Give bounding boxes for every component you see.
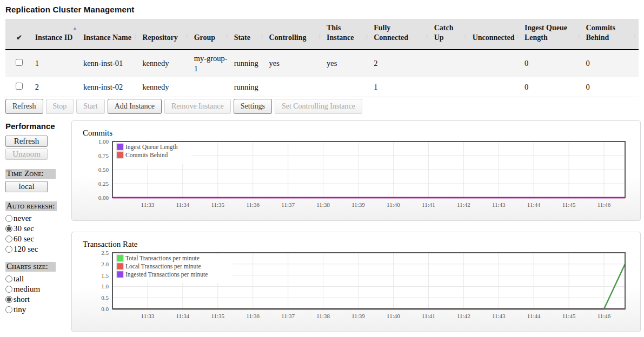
x-tick-label: 11:34 <box>176 201 190 208</box>
auto-refresh-option-never[interactable]: never <box>5 213 71 224</box>
cell-instance-name: kenn-inst-01 <box>80 50 139 77</box>
stop-button: Stop <box>46 99 74 114</box>
legend-label: Local Transactions per minute <box>125 263 201 270</box>
column-header-state[interactable]: State▲▼ <box>231 19 266 50</box>
cell-instance-name: kenn-inst-02 <box>80 77 139 97</box>
column-header-group[interactable]: Group▲▼ <box>191 19 231 50</box>
x-tick-label: 11:43 <box>492 313 506 319</box>
column-header-repository[interactable]: Repository▲▼ <box>139 19 190 50</box>
cell-commits-behind: 0 <box>583 50 639 77</box>
radio-label: never <box>14 214 31 223</box>
table-header-row: ✔Instance ID▲Instance Name▲▼Repository▲▼… <box>5 19 639 50</box>
chart-panel-commits: Commits0.000.250.500.751.0011:3311:3411:… <box>71 120 641 221</box>
cell-state: running <box>231 77 266 97</box>
column-header-unconnected[interactable]: Unconnected▲▼ <box>469 19 521 50</box>
x-tick-label: 11:46 <box>597 201 611 208</box>
auto-refresh-radio[interactable] <box>5 235 12 242</box>
radio-label: 30 sec <box>14 224 34 233</box>
x-tick-label: 11:43 <box>492 201 506 208</box>
row-checkbox[interactable] <box>16 59 23 66</box>
cell-catch-up <box>431 50 469 77</box>
column-label: State <box>234 33 250 42</box>
legend-swatch <box>117 255 123 261</box>
x-tick-label: 11:40 <box>387 201 400 208</box>
charts-size-radio[interactable] <box>5 275 12 282</box>
sort-icon: ▲▼ <box>185 34 189 39</box>
charts-size-option-tiny[interactable]: tiny <box>5 305 71 315</box>
y-tick-label: 0.0 <box>101 306 109 312</box>
legend-label: Commits Behind <box>125 152 168 158</box>
column-header-select: ✔ <box>5 19 32 50</box>
radio-label: tall <box>14 274 24 284</box>
charts-size-option-medium[interactable]: medium <box>5 284 71 294</box>
sort-icon: ▲▼ <box>261 34 264 39</box>
refresh-button[interactable]: Refresh <box>5 99 43 114</box>
column-label: This Instance <box>327 24 354 42</box>
column-header-fully-connected[interactable]: Fully Connected▲▼ <box>370 19 431 50</box>
column-header-commits-behind[interactable]: Commits Behind▲▼ <box>583 19 639 50</box>
column-header-instance-id[interactable]: Instance ID▲ <box>32 19 80 50</box>
y-tick-label: 0.5 <box>101 294 109 301</box>
radio-label: 60 sec <box>14 234 34 244</box>
sort-asc-icon: ▲ <box>72 26 77 31</box>
charts-size-label: Charts size: <box>5 262 56 272</box>
auto-refresh-option-60-sec[interactable]: 60 sec <box>5 234 71 244</box>
cell-state: running <box>231 50 266 77</box>
charts-size-radio[interactable] <box>5 296 12 303</box>
chart-title: Commits <box>83 129 630 138</box>
column-header-this-instance[interactable]: This Instance▲▼ <box>323 19 370 50</box>
y-tick-label: 2.5 <box>101 250 109 256</box>
legend-label: Ingested Transactions per minute <box>125 271 208 278</box>
auto-refresh-option-120-sec[interactable]: 120 sec <box>5 244 71 254</box>
column-header-instance-name[interactable]: Instance Name▲▼ <box>80 19 139 50</box>
charts-size-options: tallmediumshorttiny <box>5 274 71 315</box>
performance-section: Performance Refresh Unzoom Time Zone: lo… <box>5 120 639 337</box>
column-header-catch-up[interactable]: Catch Up▲▼ <box>431 19 469 50</box>
legend-swatch <box>117 271 123 278</box>
cell-fully-connected: 1 <box>370 77 431 97</box>
auto-refresh-option-30-sec[interactable]: 30 sec <box>5 224 71 234</box>
auto-refresh-radio[interactable] <box>5 246 12 253</box>
row-checkbox[interactable] <box>16 83 23 90</box>
x-tick-label: 11:45 <box>562 313 576 319</box>
legend-swatch <box>117 144 123 150</box>
charts-size-option-tall[interactable]: tall <box>5 274 71 284</box>
charts-size-radio[interactable] <box>5 286 12 293</box>
x-tick-label: 11:44 <box>527 201 541 208</box>
charts-column: Commits0.000.250.500.751.0011:3311:3411:… <box>71 120 641 337</box>
sort-icon: ▲▼ <box>365 34 368 39</box>
auto-refresh-options: never30 sec60 sec120 sec <box>5 213 71 254</box>
sort-icon: ▲▼ <box>318 34 321 39</box>
cell-catch-up <box>431 77 469 97</box>
cell-group <box>191 77 231 97</box>
column-header-ingest-queue-length[interactable]: Ingest Queue Length▲▼ <box>521 19 583 50</box>
legend-swatch <box>117 152 123 158</box>
settings-button[interactable]: Settings <box>234 99 272 114</box>
radio-label: tiny <box>14 305 26 314</box>
cell-fully-connected: 2 <box>370 50 431 77</box>
x-tick-label: 11:37 <box>281 313 295 319</box>
cell-controlling: yes <box>266 50 323 77</box>
x-tick-label: 11:33 <box>141 201 155 208</box>
time-zone-button[interactable]: local <box>5 181 48 192</box>
column-label: Controlling <box>269 33 307 42</box>
column-header-controlling[interactable]: Controlling▲▼ <box>266 19 323 50</box>
radio-label: short <box>14 295 30 304</box>
performance-refresh-button[interactable]: Refresh <box>5 136 48 147</box>
time-zone-label: Time Zone: <box>5 169 56 179</box>
auto-refresh-radio[interactable] <box>5 225 12 232</box>
cell-unconnected <box>469 50 521 77</box>
x-tick-label: 11:42 <box>457 313 470 319</box>
charts-size-radio[interactable] <box>5 306 12 313</box>
cell-ingest-queue-length: 0 <box>521 77 583 97</box>
sort-icon: ▲▼ <box>225 34 229 39</box>
charts-size-option-short[interactable]: short <box>5 294 71 305</box>
cell-repository: kennedy <box>139 77 190 97</box>
x-tick-label: 11:42 <box>457 201 470 208</box>
chart-commits-plot: 0.000.250.500.751.0011:3311:3411:3511:36… <box>82 138 630 217</box>
auto-refresh-radio[interactable] <box>5 215 12 222</box>
legend-swatch <box>117 263 123 269</box>
x-tick-label: 11:36 <box>246 201 260 208</box>
add-instance-button[interactable]: Add Instance <box>108 99 162 114</box>
row-select-cell <box>5 77 32 97</box>
